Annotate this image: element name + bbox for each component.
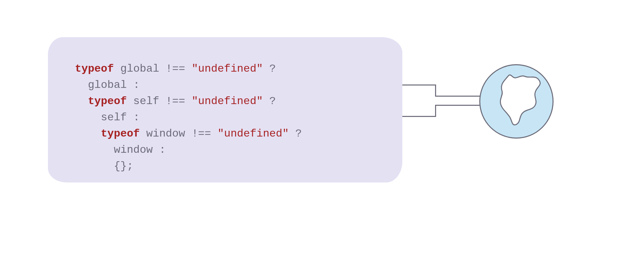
- code-line-5: typeof window !== "undefined" ?: [75, 127, 302, 140]
- code-line-1: typeof global !== "undefined" ?: [75, 63, 276, 75]
- globe-icon: [479, 64, 554, 139]
- globe-continent-icon: [480, 65, 553, 138]
- connector-line: [435, 84, 436, 97]
- connector-line: [402, 84, 436, 86]
- string-undefined: "undefined": [217, 127, 289, 140]
- string-undefined: "undefined": [192, 63, 263, 75]
- keyword-typeof: typeof: [88, 95, 127, 107]
- code-line-3: typeof self !== "undefined" ?: [75, 95, 276, 107]
- code-panel: typeof global !== "undefined" ? global :…: [48, 37, 402, 182]
- keyword-typeof: typeof: [101, 127, 140, 140]
- code-line-6: window :: [75, 144, 166, 156]
- code-block: typeof global !== "undefined" ? global :…: [75, 61, 382, 174]
- connector-line: [435, 105, 436, 117]
- connector-line: [435, 96, 482, 97]
- string-undefined: "undefined": [192, 95, 263, 107]
- diagram-stage: typeof global !== "undefined" ? global :…: [0, 0, 644, 268]
- code-line-7: {};: [75, 160, 133, 172]
- code-line-4: self :: [75, 111, 140, 124]
- connector-line: [402, 116, 436, 117]
- connector-line: [435, 105, 482, 106]
- code-line-2: global :: [75, 79, 140, 91]
- keyword-typeof: typeof: [75, 63, 114, 75]
